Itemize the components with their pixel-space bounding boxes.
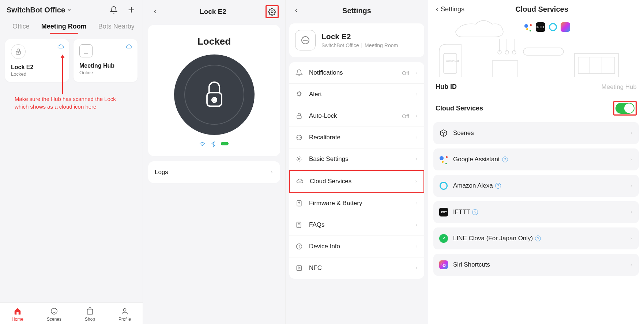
siri-shortcuts-logo xyxy=(561,22,570,32)
cloud-icon xyxy=(296,177,304,185)
lock-toggle-button[interactable] xyxy=(174,54,255,135)
row-line-clova[interactable]: LINE Clova (For Japan Only)? xyxy=(433,227,639,249)
hub-id-label: Hub ID xyxy=(436,83,602,91)
row-alert[interactable]: Alert xyxy=(289,84,424,105)
row-firmware[interactable]: Firmware & Battery xyxy=(289,193,424,214)
chevron-right-icon xyxy=(415,92,418,97)
device-card-hub[interactable]: Meeting Hub Online xyxy=(74,39,138,82)
svg-point-18 xyxy=(298,158,300,160)
scenes-icon xyxy=(439,129,448,137)
device-card-lock[interactable]: Lock E2 Locked xyxy=(5,39,69,82)
chevron-left-icon xyxy=(435,6,439,13)
nav-scenes[interactable]: Scenes xyxy=(47,306,61,322)
room-tabs: Office Meeting Room Bots Nearby ⋮ xyxy=(0,18,143,34)
profile-icon xyxy=(121,307,129,315)
nav-profile[interactable]: Profile xyxy=(118,306,131,322)
annotation-text: Make sure the Hub has scanned the Lock w… xyxy=(0,95,143,110)
svg-rect-5 xyxy=(87,309,93,314)
svg-rect-28 xyxy=(578,57,615,74)
chevron-right-icon xyxy=(415,113,418,118)
row-basic[interactable]: Basic Settings xyxy=(289,148,424,170)
row-nfc[interactable]: NFC xyxy=(289,257,424,279)
svg-point-9 xyxy=(212,98,216,102)
svg-point-7 xyxy=(271,11,273,13)
settings-button-highlight xyxy=(265,5,279,18)
tab-bots-nearby[interactable]: Bots Nearby xyxy=(93,20,140,34)
page-title: Settings xyxy=(302,7,412,15)
lock-detail-panel: Lock E2 Locked Logs xyxy=(143,0,285,324)
svg-rect-24 xyxy=(297,265,301,270)
alexa-icon xyxy=(439,181,448,190)
tab-office[interactable]: Office xyxy=(7,20,35,34)
tab-meeting-room[interactable]: Meeting Room xyxy=(35,20,93,34)
back-button[interactable] xyxy=(291,5,302,16)
row-faqs[interactable]: FAQs xyxy=(289,214,424,236)
chevron-down-icon xyxy=(67,7,72,12)
svg-rect-2 xyxy=(16,51,20,54)
row-notifications[interactable]: Notifications Off xyxy=(289,62,424,84)
bell-icon xyxy=(295,69,303,77)
chevron-right-icon xyxy=(630,183,633,188)
nav-shop[interactable]: Shop xyxy=(85,306,95,322)
siri-shortcuts-icon xyxy=(439,260,448,269)
alexa-logo xyxy=(548,22,558,32)
chevron-right-icon xyxy=(630,236,633,241)
lock-device-icon xyxy=(11,44,26,59)
svg-point-11 xyxy=(202,145,203,146)
nav-home[interactable]: Home xyxy=(12,306,23,322)
google-assistant-icon xyxy=(439,155,448,164)
illustration: IFTTT SwitchBot xyxy=(428,19,644,77)
cloud-icon xyxy=(57,44,64,49)
svg-text:SwitchBot: SwitchBot xyxy=(446,59,459,63)
chevron-left-icon xyxy=(152,8,158,15)
firmware-icon xyxy=(295,199,303,207)
bottom-nav: Home Scenes Shop Profile xyxy=(0,302,143,324)
chevron-right-icon xyxy=(270,169,274,175)
chevron-right-icon xyxy=(415,201,418,206)
ifttt-icon: IFTTT xyxy=(439,208,448,216)
device-header: Lock E2 SwitchBot Office|Meeting Room xyxy=(289,23,424,57)
row-scenes[interactable]: Scenes xyxy=(433,122,639,144)
bluetooth-icon xyxy=(211,142,215,147)
cloud-toggle-highlight xyxy=(613,101,637,116)
svg-point-6 xyxy=(123,309,126,311)
settings-button[interactable] xyxy=(267,7,277,16)
help-icon[interactable]: ? xyxy=(472,209,478,215)
device-location: SwitchBot Office|Meeting Room xyxy=(321,42,398,48)
notifications-button[interactable] xyxy=(109,5,118,15)
location-dropdown[interactable]: SwitchBot Office xyxy=(7,6,109,14)
svg-rect-25 xyxy=(444,53,457,74)
chevron-right-icon xyxy=(630,210,633,215)
cloud-services-panel: Settings Cloud Services IFTTT SwitchBot xyxy=(428,0,644,324)
cloud-services-toggle[interactable] xyxy=(615,103,634,114)
help-icon[interactable]: ? xyxy=(495,183,501,189)
gear-icon xyxy=(268,8,276,16)
row-device-info[interactable]: Device Info xyxy=(289,236,424,257)
add-button[interactable] xyxy=(127,5,136,15)
logs-row[interactable]: Logs xyxy=(148,161,280,183)
battery-icon xyxy=(221,142,229,147)
row-siri[interactable]: Siri Shortcuts xyxy=(433,254,639,276)
connection-indicators xyxy=(199,142,229,147)
row-alexa[interactable]: Amazon Alexa? xyxy=(433,175,639,197)
back-button[interactable]: Settings xyxy=(435,5,464,13)
back-button[interactable] xyxy=(150,6,161,17)
svg-rect-31 xyxy=(523,48,564,55)
row-google-assistant[interactable]: Google Assistant? xyxy=(433,148,639,170)
chevron-right-icon xyxy=(415,135,418,140)
help-icon[interactable]: ? xyxy=(535,236,541,241)
device-icon xyxy=(295,30,316,50)
chevron-left-icon xyxy=(294,7,299,14)
row-recalibrate[interactable]: Recalibrate xyxy=(289,127,424,148)
chevron-right-icon xyxy=(630,262,633,267)
svg-point-3 xyxy=(18,52,19,53)
help-icon[interactable]: ? xyxy=(502,157,508,162)
row-autolock[interactable]: Auto-Lock Off xyxy=(289,105,424,127)
lock-status-card: Locked xyxy=(148,25,280,156)
svg-rect-8 xyxy=(207,93,222,106)
row-ifttt[interactable]: IFTTT IFTTT? xyxy=(433,201,639,223)
chevron-right-icon xyxy=(415,244,418,249)
row-cloud-services[interactable]: Cloud Services xyxy=(290,171,423,192)
hub-id-value: Meeting Hub xyxy=(602,83,637,91)
page-title: Cloud Services xyxy=(464,5,637,14)
